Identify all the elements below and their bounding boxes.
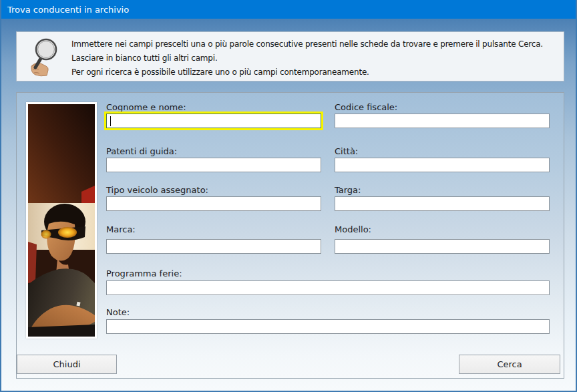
focused-field-highlight <box>104 112 323 130</box>
search-form-panel: Cognome e nome: Codice fiscale: Patenti … <box>16 92 564 379</box>
dialog-body: Immettere nei campi prescelti una o più … <box>1 19 576 391</box>
label-patenti-di-guida: Patenti di guida: <box>106 146 177 156</box>
window-title: Trova conducenti in archivio <box>7 5 129 15</box>
titlebar[interactable]: Trova conducenti in archivio <box>1 0 576 19</box>
label-marca: Marca: <box>106 224 136 234</box>
magnifier-hand-icon <box>26 37 69 77</box>
tipo-veicolo-assegnato-input[interactable] <box>106 196 321 211</box>
driver-photo <box>26 102 97 339</box>
instruction-line-1: Immettere nei campi prescelti una o più … <box>71 37 560 51</box>
cognome-e-nome-input[interactable] <box>106 114 321 128</box>
programma-ferie-input[interactable] <box>106 280 550 295</box>
citta-input[interactable] <box>335 158 550 172</box>
label-modello: Modello: <box>335 224 371 234</box>
driver-photo-art <box>28 104 95 337</box>
label-note: Note: <box>106 307 130 317</box>
instruction-line-2: Lasciare in bianco tutti gli altri campi… <box>71 51 560 65</box>
patenti-di-guida-input[interactable] <box>106 158 321 172</box>
search-button[interactable]: Cerca <box>459 355 560 374</box>
targa-input[interactable] <box>335 196 550 211</box>
label-codice-fiscale: Codice fiscale: <box>335 102 397 112</box>
codice-fiscale-input[interactable] <box>335 114 550 128</box>
close-button[interactable]: Chiudi <box>17 355 117 374</box>
marca-input[interactable] <box>106 239 321 254</box>
note-input[interactable] <box>106 319 550 334</box>
label-targa: Targa: <box>335 185 361 195</box>
label-programma-ferie: Programma ferie: <box>106 268 182 278</box>
modello-input[interactable] <box>335 239 550 254</box>
label-cognome-e-nome: Cognome e nome: <box>106 102 186 112</box>
instruction-line-3: Per ogni ricerca è possibile utilizzare … <box>71 65 560 79</box>
instructions-box: Immettere nei campi prescelti una o più … <box>16 31 564 81</box>
label-tipo-veicolo-assegnato: Tipo veicolo assegnato: <box>106 185 208 195</box>
label-citta: Città: <box>335 146 358 156</box>
find-drivers-dialog: Trova conducenti in archivio Immettere n… <box>0 0 577 392</box>
